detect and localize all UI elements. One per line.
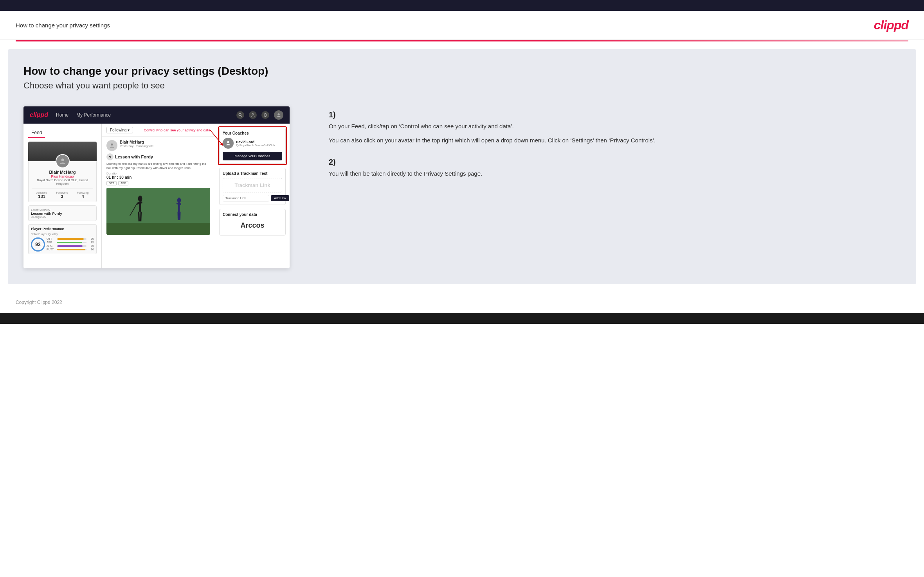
post-date: Yesterday · Sunningdale — [120, 144, 153, 148]
bar-arg-val: 86 — [88, 244, 94, 247]
post-duration-label: Duration 01 hr : 30 min — [106, 172, 210, 180]
instruction-step2: 2) You will then be taken directly to th… — [329, 158, 901, 178]
copyright-text: Copyright Clippd 2022 — [16, 300, 62, 305]
svg-point-23 — [236, 144, 238, 146]
bar-putt: PUTT 96 — [47, 248, 94, 251]
post-description: Looking to feel like my hands are exitin… — [106, 162, 210, 170]
following-label: Following — [77, 191, 89, 194]
app-logo: clippd — [30, 111, 48, 119]
person-icon — [249, 111, 257, 119]
bottom-bar — [0, 313, 924, 324]
profile-club: Royal North Devon Golf Club, United King… — [32, 178, 93, 185]
app-right-panel: Your Coaches David Ford Royal North D — [215, 124, 290, 268]
header: How to change your privacy settings clip… — [0, 11, 924, 40]
instructions: 1) On your Feed, click/tap on ‘Control w… — [321, 106, 901, 191]
svg-point-22 — [227, 141, 229, 143]
bar-arg: ARG 86 — [47, 244, 94, 247]
globe-icon — [261, 111, 269, 119]
trackman-input-row: Add Link — [223, 195, 282, 201]
coach-club: Royal North Devon Golf Club — [236, 144, 275, 147]
trackman-placeholder: Trackman Link — [223, 178, 282, 192]
coach-club-text: Royal North Devon Golf Club — [240, 144, 275, 147]
add-link-button[interactable]: Add Link — [271, 195, 289, 201]
accent-line — [16, 40, 908, 41]
manage-coaches-button[interactable]: Manage Your Coaches — [223, 152, 282, 160]
stat-followers: Followers 3 — [56, 191, 68, 199]
feed-tab: Feed — [28, 128, 45, 138]
bar-app-val: 85 — [88, 241, 94, 244]
pp-score: 92 — [31, 237, 45, 252]
connect-section: Connect your data Arccos — [219, 209, 286, 235]
page-title: How to change your privacy settings — [16, 22, 110, 29]
profile-banner — [28, 142, 97, 161]
logo: clippd — [874, 18, 908, 32]
latest-activity-title: Lesson with Fordy — [31, 212, 94, 216]
activities-label: Activities — [36, 191, 47, 194]
bar-putt-val: 96 — [88, 248, 94, 251]
trackman-section: Upload a Trackman Test Trackman Link Add… — [219, 168, 286, 205]
svg-point-0 — [239, 113, 241, 116]
profile-avatar — [56, 154, 70, 168]
svg-rect-10 — [106, 223, 210, 235]
pp-bars: OTT 90 APP 85 ARG — [47, 237, 94, 252]
bar-ott-track — [57, 238, 86, 240]
connect-title: Connect your data — [223, 212, 282, 217]
followers-label: Followers — [56, 191, 68, 194]
bar-ott-fill — [57, 238, 84, 240]
following-button[interactable]: Following ▾ — [106, 127, 133, 133]
svg-point-11 — [138, 196, 142, 202]
latest-activity-date: 03 Aug 2022 — [31, 216, 94, 218]
tag-app: APP — [118, 181, 128, 185]
user-avatar-nav — [274, 110, 283, 120]
following-label: Following — [110, 128, 126, 132]
coach-info: David Ford Royal North Devon Golf Club — [236, 140, 275, 147]
post-title: ✎ Lesson with Fordy — [106, 153, 210, 160]
app-screenshot: clippd Home My Performance — [23, 106, 290, 268]
bar-putt-fill — [57, 249, 85, 250]
step1-text: On your Feed, click/tap on ‘Control who … — [329, 122, 901, 131]
post-meta: Blair McHarg Yesterday · Sunningdale — [120, 140, 153, 148]
nav-home: Home — [56, 112, 68, 118]
coaches-section: Your Coaches David Ford Royal North D — [219, 128, 286, 164]
profile-name: Blair McHarg — [32, 170, 93, 174]
post-tags: OTT APP — [106, 181, 210, 185]
bar-arg-fill — [57, 245, 83, 247]
main-subheading: Choose what you want people to see — [23, 81, 901, 91]
coaches-title: Your Coaches — [223, 131, 282, 135]
main-content: How to change your privacy settings (Des… — [8, 49, 916, 284]
stat-activities: Activities 131 — [36, 191, 47, 199]
stat-following: Following 4 — [77, 191, 89, 199]
chevron-down-icon: ▾ — [128, 128, 130, 132]
svg-rect-21 — [179, 212, 181, 220]
content-layout: clippd Home My Performance — [23, 106, 901, 268]
profile-handicap: Plus Handicap — [32, 174, 93, 178]
following-value: 4 — [77, 194, 89, 199]
svg-point-17 — [177, 198, 181, 203]
bar-arg-track — [57, 245, 86, 247]
pp-row: 92 OTT 90 APP 85 — [31, 237, 94, 252]
coach-name: David Ford — [236, 140, 275, 144]
svg-point-8 — [111, 144, 113, 146]
tag-ott: OTT — [106, 181, 117, 185]
post-avatar — [106, 140, 117, 151]
app-nav: clippd Home My Performance — [23, 106, 290, 124]
post-duration-value: 01 hr : 30 min — [106, 175, 131, 180]
player-performance: Player Performance Total Player Quality … — [28, 224, 97, 254]
bar-app-track — [57, 242, 86, 243]
bar-app-fill — [57, 242, 82, 243]
followers-value: 3 — [56, 194, 68, 199]
coach-item: David Ford Royal North Devon Golf Club — [223, 138, 282, 149]
bar-ott: OTT 90 — [47, 237, 94, 240]
post-image — [106, 188, 210, 235]
feed-post: Blair McHarg Yesterday · Sunningdale ✎ L… — [102, 137, 215, 238]
step1-subtext: You can also click on your avatar in the… — [329, 136, 901, 145]
app-sidebar: Feed Blair McHarg Plus Handicap Royal No… — [23, 124, 102, 268]
svg-point-7 — [61, 158, 64, 161]
control-privacy-link[interactable]: Control who can see your activity and da… — [144, 128, 210, 132]
post-header: Blair McHarg Yesterday · Sunningdale — [106, 140, 210, 151]
main-heading: How to change your privacy settings (Des… — [23, 65, 901, 77]
pp-quality-label: Total Player Quality — [31, 232, 94, 236]
trackman-input[interactable] — [223, 195, 269, 201]
top-bar — [0, 0, 924, 11]
trackman-title: Upload a Trackman Test — [223, 171, 282, 176]
